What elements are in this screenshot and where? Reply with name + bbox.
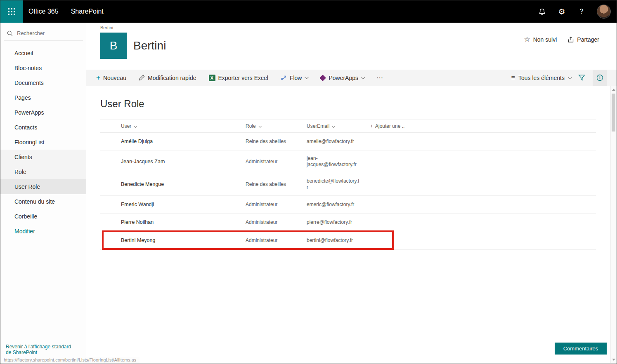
sidebar-item-role[interactable]: Role (0, 164, 86, 179)
flow-menu-button[interactable]: Flow (281, 75, 308, 81)
sidebar-item-clients[interactable]: Clients (0, 150, 86, 164)
sharepoint-page: Office 365 SharePoint ⚙ ? Accueil Bloc-n… (0, 0, 617, 364)
chevron-down-icon (134, 124, 137, 127)
vertical-scrollbar[interactable] (610, 86, 616, 363)
sidebar-item-pages[interactable]: Pages (0, 90, 86, 105)
comments-button[interactable]: Commentaires (555, 343, 607, 355)
sidebar-nav: Accueil Bloc-notes Documents Pages Power… (0, 46, 86, 239)
info-pane-button[interactable] (593, 70, 607, 86)
settings-gear-icon[interactable]: ⚙ (557, 7, 566, 16)
search-icon (7, 31, 13, 36)
ellipsis-icon: ⋯ (376, 74, 384, 82)
chevron-down-icon (305, 75, 309, 79)
main-content: Bertini B Bertini ☆ Non suivi Partager + (86, 23, 617, 364)
site-header: Bertini B Bertini ☆ Non suivi Partager (86, 23, 617, 70)
more-commands-button[interactable]: ⋯ (376, 74, 384, 82)
share-button[interactable]: Partager (567, 36, 599, 43)
plus-icon: + (96, 74, 100, 81)
chevron-down-icon (258, 124, 262, 127)
app-launcher-button[interactable] (0, 0, 23, 23)
table-row[interactable]: Benedicte Mengue Reine des abeilles bene… (100, 173, 596, 196)
quick-edit-button[interactable]: Modification rapide (139, 75, 196, 81)
list-view: User Role User Role UserEmail +Ajouter u… (86, 98, 617, 250)
notifications-bell-icon[interactable] (537, 7, 546, 16)
scroll-up-arrow-icon[interactable] (612, 89, 615, 91)
chevron-down-icon (361, 75, 365, 79)
excel-icon: X (209, 75, 215, 81)
info-icon (596, 74, 603, 81)
table-row[interactable]: Emeric Wandji Administrateur emeric@flow… (100, 196, 596, 214)
command-bar: + Nouveau Modification rapide X Exporter… (86, 70, 617, 86)
plus-icon: + (370, 123, 373, 129)
sidebar-search[interactable] (4, 26, 83, 41)
add-column-button[interactable]: +Ajouter une .. (370, 123, 596, 129)
scroll-down-arrow-icon[interactable] (612, 359, 615, 361)
powerapps-menu-button[interactable]: PowerApps (320, 75, 364, 81)
column-header-user[interactable]: User (121, 123, 246, 129)
search-input[interactable] (17, 30, 75, 36)
new-button[interactable]: + Nouveau (96, 74, 126, 81)
breadcrumb[interactable]: Bertini (100, 25, 113, 30)
star-icon: ☆ (524, 36, 530, 43)
topbar-actions: ⚙ ? (537, 5, 611, 19)
sidebar-item-accueil[interactable]: Accueil (0, 46, 86, 61)
sidebar-item-bloc-notes[interactable]: Bloc-notes (0, 61, 86, 75)
waffle-icon (8, 8, 15, 15)
help-icon[interactable]: ? (577, 7, 586, 16)
office-top-bar: Office 365 SharePoint ⚙ ? (0, 0, 617, 23)
return-to-classic-link[interactable]: Revenir à l'affichage standard de ShareP… (6, 344, 76, 355)
filter-funnel-icon (578, 74, 585, 81)
sidebar-item-corbeille[interactable]: Corbeille (0, 209, 86, 224)
status-url: https://flactory.sharepoint.com/bertini/… (0, 357, 139, 364)
command-bar-right: ≡ Tous les éléments (511, 70, 617, 86)
column-header-useremail[interactable]: UserEmail (307, 123, 370, 129)
site-title: Bertini (133, 39, 166, 52)
chevron-down-icon (332, 124, 336, 127)
table-header-row: User Role UserEmail +Ajouter une .. (100, 120, 596, 133)
sidebar-item-contenu-du-site[interactable]: Contenu du site (0, 194, 86, 209)
list-title: User Role (100, 98, 617, 110)
sidebar-edit-nav-link[interactable]: Modifier (0, 224, 86, 239)
sidebar-item-powerapps[interactable]: PowerApps (0, 105, 86, 120)
export-excel-button[interactable]: X Exporter vers Excel (209, 75, 268, 81)
follow-button[interactable]: ☆ Non suivi (524, 36, 557, 43)
view-selector-button[interactable]: ≡ Tous les éléments (511, 74, 571, 82)
filter-button[interactable] (578, 74, 585, 81)
powerapps-icon (320, 75, 326, 81)
share-icon (567, 36, 574, 43)
table-row[interactable]: Jean-Jacques Zam Administrateur jean- ja… (100, 150, 596, 173)
office365-link[interactable]: Office 365 (28, 8, 59, 15)
view-list-icon: ≡ (511, 74, 515, 82)
pencil-icon (139, 75, 145, 81)
chevron-down-icon (568, 75, 572, 79)
user-avatar[interactable] (597, 5, 611, 19)
user-role-table: User Role UserEmail +Ajouter une .. Amél… (100, 120, 596, 250)
sidebar-item-user-role[interactable]: User Role (0, 179, 86, 194)
column-header-role[interactable]: Role (246, 123, 307, 129)
flow-icon (281, 75, 287, 81)
table-row[interactable]: Amélie Djuiga Reine des abeilles amelie@… (100, 133, 596, 150)
scrollbar-thumb[interactable] (612, 94, 615, 132)
sidebar-item-flooringlist[interactable]: FlooringList (0, 135, 86, 150)
sidebar-item-documents[interactable]: Documents (0, 75, 86, 90)
sharepoint-link[interactable]: SharePoint (71, 8, 104, 15)
table-row-highlighted[interactable]: Bertini Meyong Administrateur bertini@fl… (100, 231, 596, 250)
site-navigation-sidebar: Accueil Bloc-notes Documents Pages Power… (0, 23, 86, 364)
table-row[interactable]: Pierre Noilhan Administrateur pierre@flo… (100, 214, 596, 231)
site-header-actions: ☆ Non suivi Partager (524, 36, 599, 43)
site-logo[interactable]: B (100, 33, 127, 59)
sidebar-item-contacts[interactable]: Contacts (0, 120, 86, 135)
